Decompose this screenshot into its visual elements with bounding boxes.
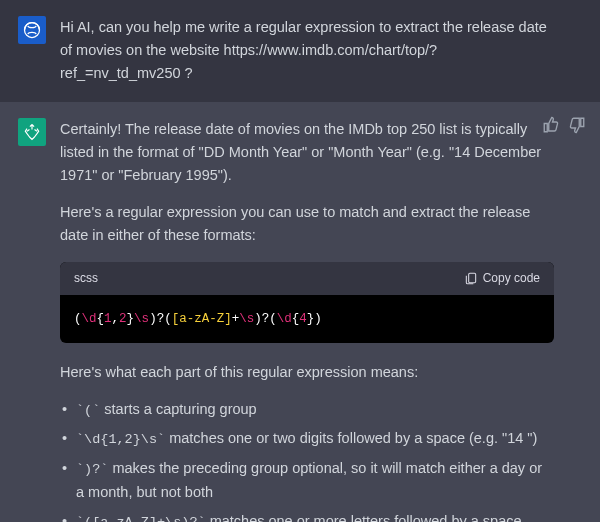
explanation-text: starts a capturing group — [100, 401, 256, 417]
thumbs-up-icon[interactable] — [542, 116, 560, 134]
list-item: `(` starts a capturing group — [62, 398, 554, 422]
assistant-intro: Certainly! The release date of movies on… — [60, 118, 554, 188]
explanation-list: `(` starts a capturing group`\d{1,2}\s` … — [62, 398, 554, 522]
list-item: `\d{1,2}\s` matches one or two digits fo… — [62, 427, 554, 451]
assistant-message: Certainly! The release date of movies on… — [0, 102, 600, 522]
explain-lead: Here's what each part of this regular ex… — [60, 361, 554, 384]
regex-fragment: `\d{1,2}\s` — [76, 432, 165, 447]
feedback-controls — [542, 116, 586, 134]
svg-rect-1 — [468, 273, 475, 282]
explanation-text: matches one or two digits followed by a … — [165, 430, 537, 446]
code-content: (\d{1,2}\s)?([a-zA-Z]+\s)?(\d{4}) — [60, 295, 554, 343]
code-lang-label: scss — [74, 269, 98, 288]
thumbs-down-icon[interactable] — [568, 116, 586, 134]
copy-code-label: Copy code — [483, 269, 540, 288]
user-avatar — [18, 16, 46, 44]
user-message: Hi AI, can you help me write a regular e… — [0, 0, 600, 102]
regex-fragment: `([a-zA-Z]+\s)?` — [76, 515, 206, 522]
list-item: `)?` makes the preceding group optional,… — [62, 457, 554, 504]
regex-fragment: `)?` — [76, 462, 108, 477]
user-text: Hi AI, can you help me write a regular e… — [60, 16, 582, 86]
regex-fragment: `(` — [76, 403, 100, 418]
copy-code-button[interactable]: Copy code — [464, 269, 540, 288]
clipboard-icon — [464, 271, 478, 285]
explanation-text: makes the preceding group optional, so i… — [76, 460, 542, 500]
assistant-leadin: Here's a regular expression you can use … — [60, 201, 554, 247]
list-item: `([a-zA-Z]+\s)?` matches one or more let… — [62, 510, 554, 522]
code-block: scss Copy code (\d{1,2}\s)?([a-zA-Z]+\s)… — [60, 262, 554, 343]
assistant-avatar — [18, 118, 46, 146]
